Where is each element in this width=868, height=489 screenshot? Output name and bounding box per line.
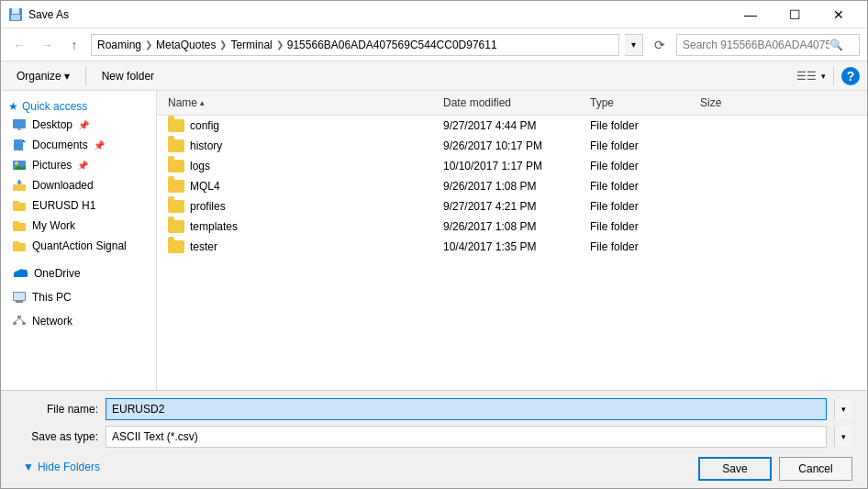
file-date: 10/10/2017 1:17 PM bbox=[440, 158, 586, 174]
file-date: 9/27/2017 4:21 PM bbox=[440, 198, 586, 215]
col-name[interactable]: Name ▴ bbox=[164, 94, 440, 111]
file-size bbox=[696, 184, 770, 188]
folder-icon bbox=[168, 180, 184, 193]
sidebar-item-documents[interactable]: Documents 📌 bbox=[1, 135, 156, 155]
search-box: 🔍 bbox=[676, 34, 860, 56]
sidebar-item-downloaded[interactable]: Downloaded bbox=[1, 175, 156, 195]
bottom-controls: ▼ Hide Folders Save Cancel bbox=[16, 453, 852, 481]
sidebar-item-thispc[interactable]: This PC bbox=[1, 287, 156, 307]
folder-icon bbox=[168, 119, 184, 132]
pin-icon-pictures: 📌 bbox=[77, 161, 88, 171]
svg-rect-2 bbox=[11, 15, 20, 20]
svg-rect-20 bbox=[16, 301, 23, 303]
col-date[interactable]: Date modified bbox=[440, 94, 586, 111]
title-bar-left: Save As bbox=[8, 7, 69, 22]
path-segment-roaming[interactable]: Roaming bbox=[97, 39, 141, 51]
save-as-type-row: Save as type: ASCII Text (*.csv) ▾ bbox=[16, 426, 852, 448]
address-path: Roaming ❯ MetaQuotes ❯ Terminal ❯ 915566… bbox=[91, 34, 619, 56]
bottom-area: File name: ▾ Save as type: ASCII Text (*… bbox=[1, 390, 867, 488]
table-row[interactable]: config 9/27/2017 4:44 PM File folder bbox=[157, 116, 867, 136]
path-segment-terminal[interactable]: Terminal bbox=[230, 39, 272, 51]
maximize-button[interactable]: ☐ bbox=[773, 1, 816, 28]
file-name-cell: MQL4 bbox=[164, 178, 440, 194]
sidebar-item-desktop[interactable]: Desktop 📌 bbox=[1, 115, 156, 135]
thispc-icon bbox=[12, 291, 27, 304]
save-as-type-label: Save as type: bbox=[16, 430, 98, 443]
forward-button[interactable]: → bbox=[36, 34, 58, 56]
address-dropdown-button[interactable]: ▾ bbox=[625, 34, 643, 56]
file-type: File folder bbox=[586, 117, 696, 134]
folder-icon bbox=[168, 240, 184, 253]
save-as-type-dropdown[interactable]: ASCII Text (*.csv) bbox=[106, 426, 827, 448]
table-row[interactable]: MQL4 9/26/2017 1:08 PM File folder bbox=[157, 176, 867, 196]
table-row[interactable]: tester 10/4/2017 1:35 PM File folder bbox=[157, 237, 867, 257]
new-folder-button[interactable]: New folder bbox=[94, 65, 162, 87]
file-type: File folder bbox=[586, 158, 696, 174]
folder-icon-mywork bbox=[12, 219, 27, 232]
close-button[interactable]: ✕ bbox=[818, 1, 860, 28]
toolbar: Organize ▾ New folder ☰☰ ▾ ? bbox=[1, 61, 867, 91]
col-size[interactable]: Size bbox=[696, 94, 770, 111]
file-size bbox=[696, 245, 770, 249]
organize-arrow: ▾ bbox=[64, 70, 70, 83]
table-row[interactable]: profiles 9/27/2017 4:21 PM File folder bbox=[157, 196, 867, 217]
minimize-button[interactable]: — bbox=[729, 1, 772, 28]
path-arrow-3: ❯ bbox=[276, 39, 284, 50]
save-button[interactable]: Save bbox=[698, 457, 772, 481]
file-name-cell: templates bbox=[164, 218, 440, 235]
file-name: tester bbox=[190, 240, 217, 253]
path-segment-hash[interactable]: 915566BA06ADA407569C544CC0D97611 bbox=[287, 39, 497, 51]
downloaded-icon bbox=[12, 179, 27, 192]
sidebar-item-mywork[interactable]: My Work bbox=[1, 216, 156, 236]
file-name-cell: config bbox=[164, 117, 440, 134]
col-type[interactable]: Type bbox=[586, 94, 696, 111]
pictures-label: Pictures bbox=[32, 159, 72, 172]
path-segment-metaquotes[interactable]: MetaQuotes bbox=[156, 39, 216, 51]
svg-rect-1 bbox=[12, 8, 19, 14]
file-size bbox=[696, 205, 770, 208]
hide-folders-button[interactable]: ▼ Hide Folders bbox=[16, 457, 107, 477]
toolbar-separator-2 bbox=[833, 67, 834, 85]
sidebar-item-pictures[interactable]: Pictures 📌 bbox=[1, 155, 156, 175]
svg-marker-6 bbox=[23, 139, 26, 142]
folder-icon bbox=[168, 200, 184, 213]
sidebar-item-eurusd[interactable]: EURUSD H1 bbox=[1, 195, 156, 216]
sidebar-quick-access-header[interactable]: ★ Quick access bbox=[1, 94, 156, 115]
file-size bbox=[696, 164, 770, 168]
file-name: MQL4 bbox=[190, 180, 220, 193]
file-size bbox=[696, 124, 770, 128]
cancel-button[interactable]: Cancel bbox=[779, 457, 852, 481]
file-name-input[interactable] bbox=[106, 398, 827, 420]
svg-rect-23 bbox=[13, 322, 17, 325]
network-icon bbox=[12, 315, 27, 328]
table-row[interactable]: history 9/26/2017 10:17 PM File folder bbox=[157, 136, 867, 156]
filename-dropdown-button[interactable]: ▾ bbox=[834, 399, 852, 419]
action-buttons: Save Cancel bbox=[698, 457, 852, 481]
cancel-label: Cancel bbox=[798, 462, 832, 475]
back-button[interactable]: ← bbox=[8, 34, 30, 56]
table-row[interactable]: templates 9/26/2017 1:08 PM File folder bbox=[157, 217, 867, 237]
saveastype-dropdown-button[interactable]: ▾ bbox=[834, 427, 852, 447]
organize-button[interactable]: Organize ▾ bbox=[8, 65, 78, 87]
file-name: templates bbox=[190, 220, 238, 233]
save-label: Save bbox=[722, 462, 747, 475]
svg-point-8 bbox=[15, 161, 18, 165]
svg-line-25 bbox=[15, 318, 19, 322]
refresh-button[interactable]: ⟳ bbox=[649, 34, 671, 56]
view-options-button[interactable]: ☰☰ bbox=[796, 65, 818, 87]
title-text: Save As bbox=[28, 8, 69, 21]
sidebar-item-quantaction[interactable]: QuantAction Signal bbox=[1, 236, 156, 256]
search-input[interactable] bbox=[683, 39, 829, 51]
sidebar-item-onedrive[interactable]: OneDrive bbox=[1, 263, 156, 283]
up-button[interactable]: ↑ bbox=[63, 34, 85, 56]
sidebar-item-network[interactable]: Network bbox=[1, 311, 156, 331]
col-date-label: Date modified bbox=[443, 96, 511, 109]
file-date: 9/26/2017 1:08 PM bbox=[440, 178, 586, 194]
new-folder-label: New folder bbox=[102, 70, 154, 83]
table-row[interactable]: logs 10/10/2017 1:17 PM File folder bbox=[157, 156, 867, 176]
file-name-row: File name: ▾ bbox=[16, 398, 852, 420]
help-button[interactable]: ? bbox=[841, 67, 860, 85]
svg-line-26 bbox=[19, 318, 24, 322]
pin-icon-desktop: 📌 bbox=[78, 120, 89, 130]
file-name-cell: profiles bbox=[164, 198, 440, 215]
